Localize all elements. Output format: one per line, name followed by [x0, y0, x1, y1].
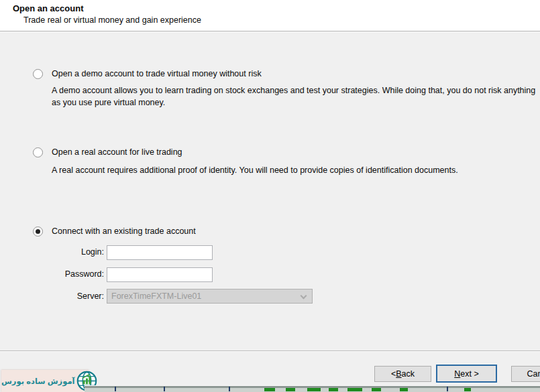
page-subtitle: Trade real or virtual money and gain exp…	[23, 15, 201, 25]
radio-real-account-label[interactable]: Open a real account for live trading	[52, 147, 182, 157]
open-account-wizard: Open an account Trade real or virtual mo…	[0, 0, 540, 392]
real-account-description: A real account requires additional proof…	[52, 164, 537, 176]
wizard-header: Open an account Trade real or virtual mo…	[0, 0, 540, 31]
demo-account-description: A demo account allows you to learn tradi…	[52, 84, 537, 109]
login-input[interactable]	[107, 245, 213, 260]
chevron-down-icon	[301, 293, 307, 300]
cancel-button[interactable]: Cancel	[511, 366, 540, 382]
watermark-text: آموزش ساده بورس	[1, 377, 76, 386]
password-label: Password:	[37, 269, 104, 279]
server-dropdown[interactable]: ForexTimeFXTM-Live01	[107, 289, 313, 304]
radio-demo-account-label[interactable]: Open a demo account to trade virtual mon…	[52, 68, 262, 79]
back-button[interactable]: < Back	[374, 366, 431, 382]
background-window-sliver	[85, 385, 540, 392]
cancel-button-label: Cancel	[527, 369, 540, 379]
page-title: Open an account	[13, 3, 83, 13]
radio-existing-account[interactable]	[33, 226, 43, 237]
radio-existing-account-label[interactable]: Connect with an existing trade account	[52, 226, 196, 237]
radio-demo-account[interactable]	[33, 69, 43, 79]
radio-real-account[interactable]	[33, 147, 43, 157]
next-button[interactable]: Next >	[436, 365, 497, 383]
server-label: Server:	[37, 291, 104, 301]
login-label: Login:	[37, 247, 104, 257]
password-input[interactable]	[107, 267, 213, 282]
footer-divider	[0, 350, 540, 351]
server-dropdown-value: ForexTimeFXTM-Live01	[111, 291, 201, 301]
back-button-label: <	[391, 369, 396, 379]
watermark-logo: آموزش ساده بورس	[1, 370, 89, 392]
